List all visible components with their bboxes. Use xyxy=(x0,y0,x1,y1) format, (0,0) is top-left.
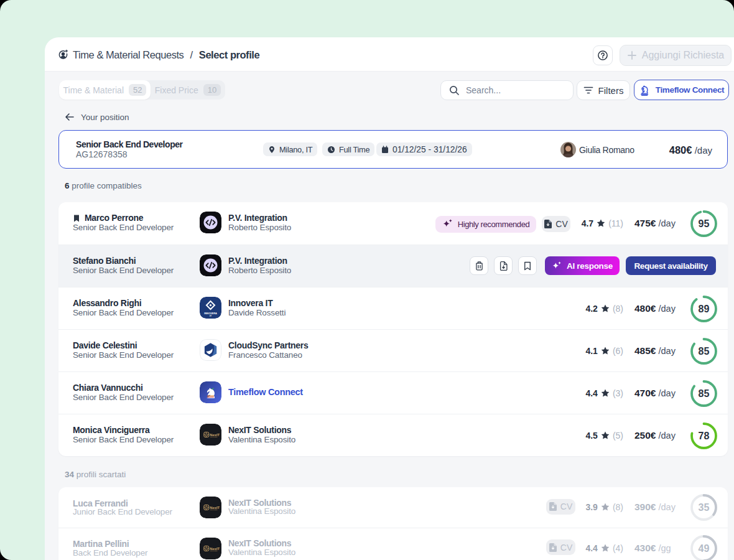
svg-text:SOLUTIONS: SOLUTIONS xyxy=(210,436,218,437)
svg-text:IT: IT xyxy=(210,315,211,317)
svg-text:SOLUTIONS: SOLUTIONS xyxy=(210,550,218,551)
svg-text:SOLUTIONS: SOLUTIONS xyxy=(210,509,218,510)
